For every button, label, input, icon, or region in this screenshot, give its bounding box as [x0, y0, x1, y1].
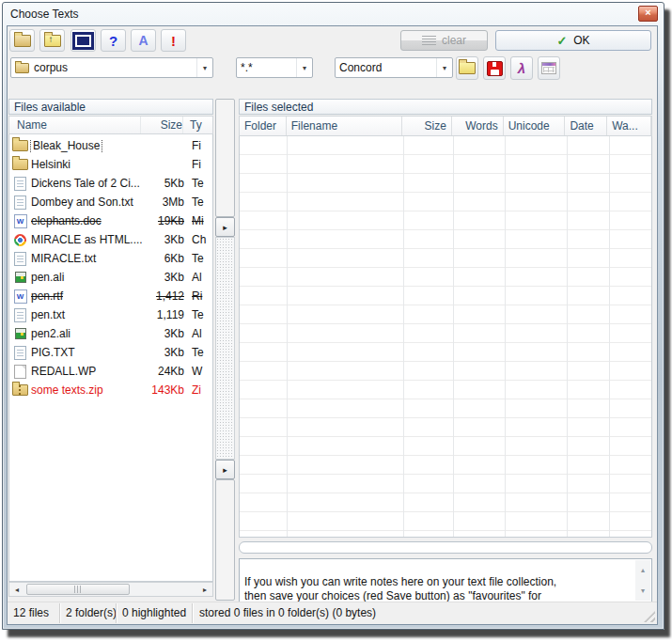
column-size[interactable]: Size	[140, 117, 182, 133]
help-button[interactable]: ?	[101, 29, 126, 52]
column-unicode[interactable]: Unicode	[504, 117, 566, 135]
status-stored-summary: stored 0 files in 0 folder(s) (0 bytes)	[199, 606, 376, 619]
file-type: Te	[184, 195, 212, 209]
files-available-caption: Files available	[8, 99, 213, 115]
save-icon	[487, 61, 503, 76]
file-name: pen.rtf	[28, 289, 143, 303]
column-folder[interactable]: Folder	[240, 117, 287, 135]
column-type[interactable]: Ty	[182, 117, 212, 133]
save-favourites-button[interactable]	[483, 56, 506, 80]
column-filename[interactable]: Filename	[287, 117, 402, 135]
column-date[interactable]: Date	[565, 117, 607, 135]
file-name: Dickens Tale of 2 Ci...	[28, 177, 143, 190]
alert-button[interactable]: !	[161, 29, 186, 52]
dialog-client-area: ↑ ? A ! clear ✓ OK corpus ▾ *.*	[7, 25, 658, 625]
files-selected-grid[interactable]	[239, 136, 652, 538]
clear-button[interactable]: clear	[400, 30, 488, 51]
column-words[interactable]: Words	[452, 117, 504, 135]
acrobat-button[interactable]: λ	[510, 56, 533, 80]
file-row[interactable]: Dickens Tale of 2 Ci...5KbTe	[9, 174, 212, 193]
column-wa[interactable]: Wa...	[607, 117, 651, 135]
file-row[interactable]: MIRACLE.txt6KbTe	[9, 249, 212, 268]
open-folder-button[interactable]	[9, 29, 35, 52]
text-icon	[12, 252, 28, 266]
window-title: Choose Texts	[10, 8, 638, 21]
resize-grip[interactable]	[644, 611, 655, 622]
file-row[interactable]: pen.ali3KbAl	[9, 268, 212, 287]
folder-combobox[interactable]: corpus ▾	[10, 57, 213, 78]
text-icon	[12, 195, 28, 210]
scroll-right-button[interactable]: ▸	[197, 583, 212, 596]
chevron-down-icon[interactable]: ▾	[436, 58, 452, 77]
down-arrow-icon[interactable]: ▾	[641, 584, 645, 598]
file-name: MIRACLE as HTML....	[28, 233, 143, 246]
move-right-button-top[interactable]: ▸	[215, 217, 235, 237]
file-size: 3Kb	[143, 327, 184, 340]
column-name[interactable]: Name	[9, 118, 140, 132]
file-row[interactable]: PIG.TXT3KbTe	[9, 343, 212, 362]
up-arrow-icon[interactable]: ▴	[641, 563, 645, 577]
file-size: 143Kb	[143, 383, 184, 397]
file-row[interactable]: Welephants.doc19KbMi	[9, 211, 212, 230]
file-row[interactable]: HelsinkiFi	[9, 155, 212, 174]
tool-combobox[interactable]: Concord ▾	[335, 57, 453, 78]
move-files-strip: ▸ ▸	[215, 99, 235, 601]
file-row[interactable]: some texts.zip143KbZi	[9, 381, 212, 399]
scroll-left-button[interactable]: ◂	[9, 583, 24, 596]
column-separator	[403, 136, 404, 537]
font-button[interactable]: A	[131, 29, 156, 52]
file-row[interactable]: MIRACLE as HTML....3KbCh	[9, 230, 212, 249]
file-size: 24Kb	[143, 365, 184, 378]
text-icon	[12, 346, 28, 360]
file-row[interactable]: Wpen.rtf1,412Ri	[9, 287, 212, 305]
move-right-button-bottom[interactable]: ▸	[215, 460, 235, 479]
right-arrow-icon: ▸	[223, 465, 227, 475]
file-name: REDALL.WP	[28, 365, 143, 378]
notes-scrollbar[interactable]: ▴ ▾	[635, 560, 650, 601]
monitor-icon	[72, 32, 94, 50]
ok-button[interactable]: ✓ OK	[495, 30, 651, 51]
chevron-down-icon[interactable]: ▾	[196, 58, 212, 77]
horizontal-scrollbar[interactable]: ◂ ▸	[8, 582, 213, 597]
files-selected-column-header[interactable]: FolderFilenameSizeWordsUnicodeDateWa...	[239, 116, 652, 136]
word-icon: W	[12, 214, 28, 228]
ok-button-label: OK	[573, 34, 589, 47]
file-size: 5Kb	[143, 177, 184, 190]
status-bar: 12 files 2 folder(s) 0 highlighted store…	[8, 602, 657, 624]
file-row[interactable]: REDALL.WP24KbW	[9, 362, 212, 381]
files-available-panel: Files available Name Size Ty Bleak_House…	[8, 99, 213, 597]
file-type: Al	[184, 327, 212, 340]
right-arrow-icon: ▸	[223, 223, 227, 232]
file-name: Helsinki	[28, 158, 143, 171]
file-pattern-combobox[interactable]: *.* ▾	[236, 57, 313, 78]
acrobat-icon: λ	[518, 60, 525, 76]
chevron-down-icon[interactable]: ▾	[296, 58, 312, 77]
close-button[interactable]: ×	[638, 6, 658, 22]
page-icon	[12, 365, 28, 379]
exclamation-icon: !	[171, 33, 176, 49]
table-button[interactable]	[538, 56, 560, 80]
file-type: W	[184, 365, 212, 378]
scrollbar-thumb[interactable]	[26, 584, 130, 595]
file-type: Te	[184, 308, 212, 321]
title-bar[interactable]: Choose Texts ×	[3, 3, 664, 24]
folder-icon	[15, 63, 29, 73]
file-name: pen.ali	[28, 271, 143, 284]
folder-up-icon: ↑	[44, 35, 61, 47]
open-favourites-button[interactable]	[456, 56, 478, 80]
file-row[interactable]: pen2.ali3KbAl	[9, 324, 212, 343]
file-row[interactable]: Dombey and Son.txt3MbTe	[9, 193, 212, 211]
files-available-list[interactable]: Bleak_HouseFiHelsinkiFiDickens Tale of 2…	[8, 134, 213, 582]
column-size[interactable]: Size	[402, 117, 452, 135]
folder-up-button[interactable]: ↑	[39, 29, 65, 52]
file-row[interactable]: Bleak_HouseFi	[9, 136, 212, 155]
view-button[interactable]	[70, 29, 96, 52]
file-type: Te	[184, 252, 212, 265]
close-icon: ×	[645, 7, 650, 18]
ali-icon	[12, 272, 28, 283]
notes-box[interactable]: If you wish you can write notes here on …	[239, 558, 652, 602]
file-row[interactable]: pen.txt1,119Te	[9, 305, 212, 324]
file-name: PIG.TXT	[28, 346, 143, 359]
folder-icon	[14, 35, 31, 47]
files-available-column-header[interactable]: Name Size Ty	[8, 116, 213, 134]
